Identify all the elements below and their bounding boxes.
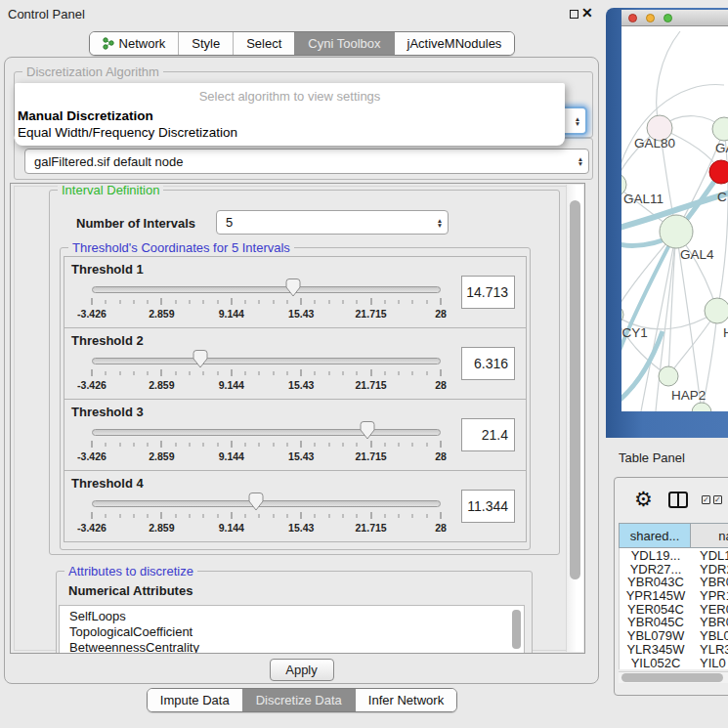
control-panel-titlebar: Control Panel ✕ (0, 0, 604, 27)
table-row[interactable]: YBR045CYBR0 (620, 615, 728, 628)
cell-shared-name: YER054C (620, 602, 692, 616)
network-node[interactable] (692, 403, 711, 411)
tab-label: jActiveMNodules (407, 36, 502, 51)
table-toolbar: ⚙ ✓ ✓ (615, 478, 728, 521)
slider-thumb[interactable] (247, 492, 265, 512)
network-node[interactable] (660, 215, 693, 248)
checkbox-icon[interactable]: ✓ (713, 495, 722, 504)
threshold-value-field[interactable]: 6.316 (461, 347, 515, 380)
horizontal-scrollbar[interactable] (619, 671, 728, 683)
cell-name: YER0 (692, 602, 728, 616)
network-node[interactable] (705, 298, 728, 323)
threshold-1-panel: Threshold 1 -3.4262.8599.14415.4321.7152… (64, 256, 527, 328)
network-canvas[interactable]: GAL80GACGAL11GAL4GCY1HHAP2 (621, 26, 728, 411)
table-data-combobox[interactable]: galFiltered.sif default node ▲▼ (24, 149, 589, 174)
cell-name: YDL1 (692, 548, 728, 562)
network-node[interactable] (621, 305, 623, 324)
apply-button[interactable]: Apply (270, 659, 334, 681)
cell-shared-name: YDR27... (620, 562, 692, 576)
table-row[interactable]: YDR27...YDR2 (620, 562, 728, 576)
node-label: GA (715, 141, 728, 155)
table-row[interactable]: YER054CYER0 (620, 602, 728, 616)
threshold-value-field[interactable]: 11.344 (461, 490, 515, 523)
cell-shared-name: YBL079W (620, 628, 692, 642)
scrollbar-thumb[interactable] (570, 200, 580, 579)
slider-ticks (92, 441, 441, 449)
attribute-list-item[interactable]: SelfLoops (69, 609, 524, 624)
network-node[interactable] (659, 366, 678, 386)
attribute-list-item[interactable]: BetweennessCentrality (69, 640, 524, 654)
slider-track[interactable] (92, 429, 441, 436)
slider-track[interactable] (92, 500, 441, 507)
tab-network[interactable]: Network (90, 32, 179, 55)
threshold-label: Threshold 1 (71, 262, 144, 277)
threshold-2-panel: Threshold 2 -3.4262.8599.14415.4321.7152… (64, 327, 527, 400)
node-label: GCY1 (621, 325, 648, 340)
tab-label: Infer Network (368, 693, 444, 707)
vertical-scrollbar[interactable] (566, 185, 583, 652)
table-row[interactable]: YLR345WYLR3 (620, 642, 728, 656)
slider-track[interactable] (92, 358, 441, 364)
group-title: Interval Definition (58, 183, 163, 197)
network-view-window: GAL80GACGAL11GAL4GCY1HHAP2 (606, 8, 728, 438)
threshold-coordinates-group: Threshold's Coordinates for 5 Intervals … (60, 247, 531, 550)
slider-tick-labels: -3.4262.8599.14415.4321.71528 (92, 450, 441, 463)
bottom-tab-bar: Impute Data Discretize Data Infer Networ… (0, 688, 604, 712)
numerical-attributes-list[interactable]: SelfLoopsTopologicalCoefficientBetweenne… (59, 605, 525, 654)
cell-shared-name: YBR045C (620, 615, 692, 628)
algorithm-dropdown-popup: Select algorithm to view settings Manual… (15, 83, 565, 146)
network-tab-icon (103, 37, 114, 50)
network-node[interactable] (712, 117, 728, 141)
network-node[interactable] (709, 160, 728, 184)
dropdown-option-equal-width[interactable]: Equal Width/Frequency Discretization (15, 124, 565, 141)
cell-name: YIL0 (692, 656, 728, 669)
network-window-titlebar[interactable] (621, 10, 728, 26)
slider-thumb[interactable] (284, 278, 302, 298)
table-row[interactable]: YDL19...YDL1 (620, 548, 728, 562)
table-panel-title: Table Panel (619, 450, 685, 465)
tab-impute-data[interactable]: Impute Data (148, 689, 242, 711)
slider-thumb[interactable] (359, 420, 376, 441)
attribute-list-item[interactable]: TopologicalCoefficient (69, 624, 524, 640)
table-row[interactable]: YBR043CYBR0 (620, 575, 728, 588)
table-row[interactable]: YPR145WYPR1 (620, 588, 728, 602)
tab-infer-network[interactable]: Infer Network (355, 689, 456, 711)
close-icon[interactable]: ✕ (581, 5, 593, 21)
number-of-intervals-combobox[interactable]: 5 ▲▼ (216, 210, 449, 235)
float-panel-icon[interactable] (570, 10, 578, 19)
slider-thumb[interactable] (192, 349, 209, 369)
threshold-value-field[interactable]: 14.713 (461, 276, 515, 309)
screen: { "window": { "title": "Control Panel", … (0, 0, 728, 728)
scrollbar-thumb[interactable] (621, 673, 723, 682)
tab-jactivemnodules[interactable]: jActiveMNodules (394, 32, 515, 55)
tab-select[interactable]: Select (233, 32, 294, 55)
threshold-value-field[interactable]: 21.4 (461, 418, 515, 451)
column-header-shared-name[interactable]: shared... (619, 523, 691, 548)
gear-icon[interactable]: ⚙ (634, 488, 653, 511)
close-window-icon[interactable] (628, 14, 637, 22)
split-view-icon[interactable] (668, 492, 688, 508)
cell-name: YBL0 (692, 628, 728, 642)
number-of-intervals-label: Number of Intervals (76, 216, 195, 231)
tab-style[interactable]: Style (178, 32, 233, 55)
table-row[interactable]: YBL079WYBL0 (620, 628, 728, 642)
checkbox-icon[interactable]: ✓ (702, 495, 710, 504)
threshold-label: Threshold 4 (71, 476, 144, 491)
tab-label: Select (246, 36, 281, 51)
node-table: shared... na YDL19...YDL1YDR27...YDR2YBR… (619, 523, 728, 669)
slider-track[interactable] (92, 286, 441, 293)
dropdown-option-manual[interactable]: Manual Discretization (15, 107, 565, 124)
minimize-window-icon[interactable] (646, 14, 655, 22)
table-row[interactable]: YIL052CYIL0 (620, 656, 728, 669)
slider-tick-labels: -3.4262.8599.14415.4321.71528 (92, 379, 441, 392)
tab-discretize-data[interactable]: Discretize Data (242, 689, 355, 711)
top-tab-bar: Network Style Select Cyni Toolbox jActiv… (0, 31, 604, 56)
combo-arrows-icon: ▲▼ (432, 218, 448, 228)
cell-shared-name: YLR345W (620, 642, 692, 656)
cell-name: YPR1 (692, 588, 728, 602)
column-header-name[interactable]: na (691, 523, 728, 548)
node-label: H (723, 325, 728, 340)
tab-cyni-toolbox[interactable]: Cyni Toolbox (294, 32, 393, 55)
list-scrollbar[interactable] (512, 610, 521, 649)
zoom-window-icon[interactable] (664, 14, 672, 22)
